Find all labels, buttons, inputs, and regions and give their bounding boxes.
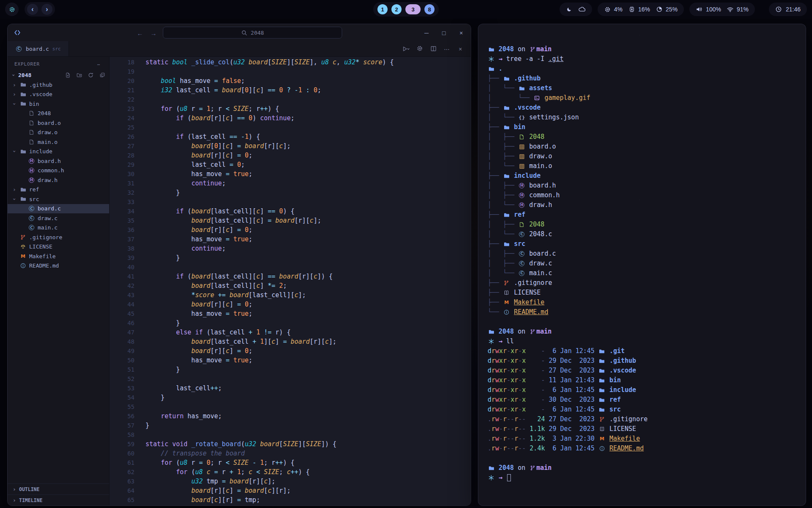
more-button[interactable]: ⋯ xyxy=(443,45,450,52)
code-line[interactable]: 38 continue; xyxy=(110,244,471,253)
workspace-1[interactable]: 1 xyxy=(378,4,388,14)
code-line[interactable]: 45 has_move = true; xyxy=(110,309,471,318)
tree-item-src[interactable]: ›src xyxy=(8,194,109,204)
nav-next-button[interactable]: › xyxy=(41,4,52,15)
code-line[interactable]: 40 xyxy=(110,262,471,272)
code-line[interactable]: 58 xyxy=(110,430,471,439)
launcher-button[interactable] xyxy=(5,3,19,16)
code-editor[interactable]: 18static bool _slide_col(u32 board[SIZE]… xyxy=(110,57,471,505)
code-line[interactable]: 46 } xyxy=(110,318,471,328)
code-line[interactable]: 48 board[last_cell + 1][c] = board[r][c]… xyxy=(110,337,471,346)
code-line[interactable]: 56 return has_move; xyxy=(110,411,471,421)
code-line[interactable]: 62 for (u8 c = r + 1; c < SIZE; c++) { xyxy=(110,467,471,477)
tree-item-LICENSE[interactable]: LICENSE xyxy=(8,242,109,252)
code-line[interactable]: 61 for (u8 r = 0; r < SIZE - 1; r++) { xyxy=(110,458,471,467)
code-line[interactable]: 29 last_cell = 0; xyxy=(110,160,471,169)
code-line[interactable]: 23 for (u8 r = 1; r < SIZE; r++) { xyxy=(110,104,471,113)
code-line[interactable]: 35 board[last_cell][c] = board[r][c]; xyxy=(110,216,471,225)
nav-prev-button[interactable]: ‹ xyxy=(27,4,38,15)
code-line[interactable]: 30 has_move = true; xyxy=(110,169,471,179)
workspace-8[interactable]: 8 xyxy=(425,4,435,14)
tree-item-include[interactable]: ›include xyxy=(8,147,109,157)
code-line[interactable]: 26 if (last_cell == -1) { xyxy=(110,132,471,141)
minimize-button[interactable]: ─ xyxy=(423,29,430,36)
code-line[interactable]: 36 board[r][c] = 0; xyxy=(110,225,471,235)
code-line[interactable]: 59static void _rotate_board(u32 board[SI… xyxy=(110,439,471,449)
tree-item-main.c[interactable]: Cmain.c xyxy=(8,223,109,233)
code-line[interactable]: 60 // transpose the board xyxy=(110,449,471,458)
code-line[interactable]: 44 board[r][c] = 0; xyxy=(110,300,471,309)
tree-item-README.md[interactable]: README.md xyxy=(8,261,109,271)
code-line[interactable]: 21 i32 last_cell = board[0][c] == 0 ? -1… xyxy=(110,86,471,95)
code-line[interactable]: 34 if (board[last_cell][c] == 0) { xyxy=(110,207,471,216)
code-line[interactable]: 24 if (board[r][c] == 0) continue; xyxy=(110,113,471,123)
stat-cpu[interactable]: 4% xyxy=(604,6,623,13)
split-editor-button[interactable] xyxy=(430,45,437,52)
code-line[interactable]: 42 board[last_cell][c] *= 2; xyxy=(110,281,471,290)
editor-titlebar[interactable]: ←→ 2048 ─□× xyxy=(8,24,471,41)
tree-item-draw.o[interactable]: draw.o xyxy=(8,128,109,138)
collapse-all-button[interactable] xyxy=(99,72,106,78)
section-outline[interactable]: ›OUTLINE xyxy=(8,483,109,494)
arrow-left-button[interactable]: ← xyxy=(137,29,144,37)
code-line[interactable]: 28 board[r][c] = 0; xyxy=(110,151,471,160)
code-line[interactable]: 39 } xyxy=(110,253,471,262)
code-line[interactable]: 41 if (board[last_cell][c] == board[r][c… xyxy=(110,272,471,281)
code-line[interactable]: 57} xyxy=(110,421,471,430)
tree-item-main.o[interactable]: main.o xyxy=(8,137,109,147)
maximize-button[interactable]: □ xyxy=(440,29,447,36)
gear-button[interactable] xyxy=(416,45,423,52)
code-line[interactable]: 47 else if (last_cell + 1 != r) { xyxy=(110,328,471,337)
tab-board.c[interactable]: C board.c src xyxy=(8,41,69,56)
new-folder-button[interactable] xyxy=(76,72,83,78)
code-line[interactable]: 50 has_move = true; xyxy=(110,356,471,365)
run-button[interactable] xyxy=(403,45,410,52)
code-line[interactable]: 19 xyxy=(110,67,471,76)
code-line[interactable]: 22 xyxy=(110,95,471,104)
clock-widget[interactable]: 21:46 xyxy=(769,3,807,16)
code-line[interactable]: 20 bool has_move = false; xyxy=(110,76,471,86)
close-button[interactable]: × xyxy=(457,45,464,52)
workspace-3[interactable]: 3 xyxy=(406,4,421,14)
close-button[interactable]: × xyxy=(458,29,465,36)
code-line[interactable]: 33 xyxy=(110,197,471,207)
code-line[interactable]: 51 } xyxy=(110,365,471,374)
code-line[interactable]: 64 board[r][c] = board[c][r]; xyxy=(110,486,471,495)
stat-disk[interactable]: 25% xyxy=(656,6,678,13)
tree-item-draw.h[interactable]: Hdraw.h xyxy=(8,175,109,185)
volume-indicator[interactable]: 100% xyxy=(696,6,721,13)
section-timeline[interactable]: ›TIMELINE xyxy=(8,494,109,505)
tree-item-board.h[interactable]: Hboard.h xyxy=(8,156,109,166)
code-line[interactable]: 32 } xyxy=(110,188,471,197)
editor-search-box[interactable]: 2048 xyxy=(163,27,342,39)
explorer-menu-button[interactable]: ⋯ xyxy=(95,61,102,67)
workspace-2[interactable]: 2 xyxy=(392,4,402,14)
project-root-folder[interactable]: › 2048 xyxy=(8,71,109,80)
stat-memory[interactable]: 16% xyxy=(628,6,650,13)
code-line[interactable]: 53 last_cell++; xyxy=(110,384,471,393)
wifi-indicator[interactable]: 91% xyxy=(727,6,749,13)
new-file-button[interactable] xyxy=(64,72,71,78)
refresh-button[interactable] xyxy=(87,72,94,78)
tree-item-.gitignore[interactable]: .gitignore xyxy=(8,232,109,242)
code-line[interactable]: 25 xyxy=(110,123,471,132)
code-line[interactable]: 65 board[c][r] = tmp; xyxy=(110,495,471,505)
tree-item-ref[interactable]: ›ref xyxy=(8,185,109,195)
tree-item-board.o[interactable]: board.o xyxy=(8,118,109,128)
terminal-window[interactable]: 2048 on main → tree -a -I .git .├── .git… xyxy=(478,24,806,506)
tree-item-.vscode[interactable]: ›.vscode xyxy=(8,90,109,99)
code-line[interactable]: 52 xyxy=(110,374,471,384)
tree-item-.github[interactable]: ›.github xyxy=(8,80,109,90)
code-line[interactable]: 37 has_move = true; xyxy=(110,235,471,244)
code-line[interactable]: 63 u32 tmp = board[r][c]; xyxy=(110,477,471,486)
code-line[interactable]: 55 xyxy=(110,402,471,411)
code-line[interactable]: 43 *score += board[last_cell][c]; xyxy=(110,290,471,300)
code-line[interactable]: 18static bool _slide_col(u32 board[SIZE]… xyxy=(110,58,471,67)
tree-item-board.c[interactable]: Cboard.c xyxy=(8,204,109,214)
code-line[interactable]: 54 } xyxy=(110,393,471,402)
tree-item-2048[interactable]: 2048 xyxy=(8,109,109,119)
tree-item-common.h[interactable]: Hcommon.h xyxy=(8,166,109,176)
tree-item-bin[interactable]: ›bin xyxy=(8,99,109,109)
arrow-right-button[interactable]: → xyxy=(150,29,157,37)
code-line[interactable]: 31 continue; xyxy=(110,179,471,188)
